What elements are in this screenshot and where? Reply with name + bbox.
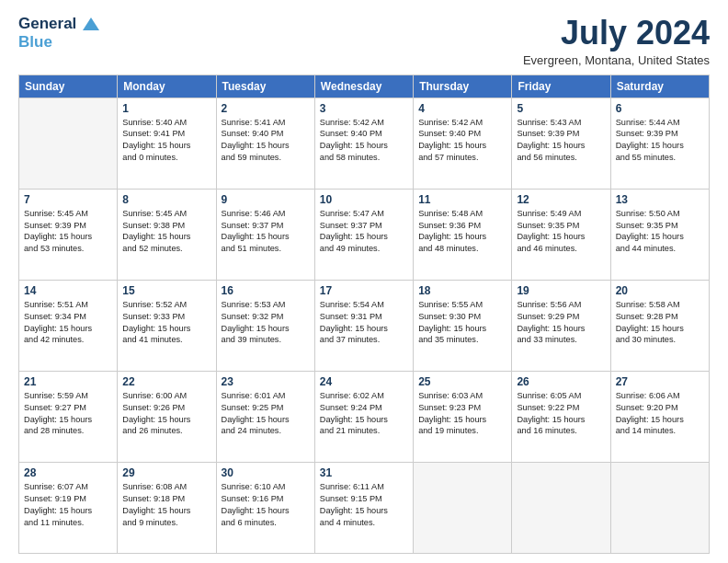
cell-info: Sunrise: 6:07 AMSunset: 9:19 PMDaylight:… (24, 481, 112, 529)
day-number: 3 (320, 102, 408, 115)
calendar-cell: 22Sunrise: 6:00 AMSunset: 9:26 PMDayligh… (118, 371, 216, 462)
calendar-week-row: 28Sunrise: 6:07 AMSunset: 9:19 PMDayligh… (19, 462, 710, 553)
logo-line1: General (18, 15, 76, 32)
cell-info: Sunrise: 6:02 AMSunset: 9:24 PMDaylight:… (320, 390, 408, 438)
day-number: 19 (517, 284, 605, 297)
calendar-cell: 27Sunrise: 6:06 AMSunset: 9:20 PMDayligh… (610, 371, 709, 462)
day-number: 17 (320, 284, 408, 297)
day-number: 25 (418, 375, 506, 388)
calendar-cell: 12Sunrise: 5:49 AMSunset: 9:35 PMDayligh… (512, 189, 610, 280)
day-number: 1 (122, 102, 210, 115)
calendar-cell: 7Sunrise: 5:45 AMSunset: 9:39 PMDaylight… (19, 189, 118, 280)
calendar-cell: 1Sunrise: 5:40 AMSunset: 9:41 PMDaylight… (118, 98, 216, 189)
cell-info: Sunrise: 5:46 AMSunset: 9:37 PMDaylight:… (222, 208, 310, 256)
day-number: 14 (24, 284, 112, 297)
day-number: 5 (517, 102, 605, 115)
cell-info: Sunrise: 5:40 AMSunset: 9:41 PMDaylight:… (122, 117, 210, 165)
day-number: 15 (122, 284, 210, 297)
day-number: 22 (122, 375, 210, 388)
calendar-cell: 6Sunrise: 5:44 AMSunset: 9:39 PMDaylight… (610, 98, 709, 189)
calendar-cell: 29Sunrise: 6:08 AMSunset: 9:18 PMDayligh… (118, 462, 216, 553)
weekday-header-sunday: Sunday (19, 75, 118, 98)
cell-info: Sunrise: 6:03 AMSunset: 9:23 PMDaylight:… (418, 390, 506, 438)
calendar-cell: 11Sunrise: 5:48 AMSunset: 9:36 PMDayligh… (414, 189, 512, 280)
cell-info: Sunrise: 5:42 AMSunset: 9:40 PMDaylight:… (320, 117, 408, 165)
weekday-header-wednesday: Wednesday (314, 75, 413, 98)
day-number: 26 (517, 375, 605, 388)
calendar-cell: 25Sunrise: 6:03 AMSunset: 9:23 PMDayligh… (414, 371, 512, 462)
day-number: 28 (24, 466, 112, 479)
svg-marker-0 (83, 17, 99, 30)
day-number: 27 (616, 375, 704, 388)
cell-info: Sunrise: 6:10 AMSunset: 9:16 PMDaylight:… (222, 481, 310, 529)
cell-info: Sunrise: 5:58 AMSunset: 9:28 PMDaylight:… (616, 299, 704, 347)
day-number: 9 (222, 193, 310, 206)
cell-info: Sunrise: 6:01 AMSunset: 9:25 PMDaylight:… (222, 390, 310, 438)
weekday-header-friday: Friday (512, 75, 610, 98)
day-number: 21 (24, 375, 112, 388)
day-number: 11 (418, 193, 506, 206)
calendar-cell: 21Sunrise: 5:59 AMSunset: 9:27 PMDayligh… (19, 371, 118, 462)
weekday-header-saturday: Saturday (610, 75, 709, 98)
calendar-cell: 23Sunrise: 6:01 AMSunset: 9:25 PMDayligh… (216, 371, 314, 462)
day-number: 7 (24, 193, 112, 206)
location: Evergreen, Montana, United States (523, 53, 710, 67)
logo-icon (83, 17, 99, 30)
calendar-cell: 14Sunrise: 5:51 AMSunset: 9:34 PMDayligh… (19, 280, 118, 371)
month-title: July 2024 (523, 15, 710, 52)
day-number: 30 (222, 466, 310, 479)
calendar-cell: 13Sunrise: 5:50 AMSunset: 9:35 PMDayligh… (610, 189, 709, 280)
calendar-cell: 24Sunrise: 6:02 AMSunset: 9:24 PMDayligh… (314, 371, 413, 462)
cell-info: Sunrise: 6:00 AMSunset: 9:26 PMDaylight:… (122, 390, 210, 438)
cell-info: Sunrise: 5:54 AMSunset: 9:31 PMDaylight:… (320, 299, 408, 347)
calendar-cell: 30Sunrise: 6:10 AMSunset: 9:16 PMDayligh… (216, 462, 314, 553)
calendar-cell: 15Sunrise: 5:52 AMSunset: 9:33 PMDayligh… (118, 280, 216, 371)
calendar-cell: 18Sunrise: 5:55 AMSunset: 9:30 PMDayligh… (414, 280, 512, 371)
day-number: 24 (320, 375, 408, 388)
weekday-header-monday: Monday (118, 75, 216, 98)
cell-info: Sunrise: 5:50 AMSunset: 9:35 PMDaylight:… (616, 208, 704, 256)
calendar-cell: 16Sunrise: 5:53 AMSunset: 9:32 PMDayligh… (216, 280, 314, 371)
day-number: 10 (320, 193, 408, 206)
weekday-header-thursday: Thursday (414, 75, 512, 98)
day-number: 29 (122, 466, 210, 479)
page: General Blue July 2024 Evergreen, Montan… (0, 0, 728, 563)
weekday-header-tuesday: Tuesday (216, 75, 314, 98)
cell-info: Sunrise: 5:52 AMSunset: 9:33 PMDaylight:… (122, 299, 210, 347)
calendar-cell: 28Sunrise: 6:07 AMSunset: 9:19 PMDayligh… (19, 462, 118, 553)
logo-line2: Blue (18, 33, 52, 51)
day-number: 13 (616, 193, 704, 206)
calendar-cell: 10Sunrise: 5:47 AMSunset: 9:37 PMDayligh… (314, 189, 413, 280)
calendar-cell: 19Sunrise: 5:56 AMSunset: 9:29 PMDayligh… (512, 280, 610, 371)
cell-info: Sunrise: 5:53 AMSunset: 9:32 PMDaylight:… (222, 299, 310, 347)
day-number: 4 (418, 102, 506, 115)
calendar-week-row: 14Sunrise: 5:51 AMSunset: 9:34 PMDayligh… (19, 280, 710, 371)
cell-info: Sunrise: 5:55 AMSunset: 9:30 PMDaylight:… (418, 299, 506, 347)
cell-info: Sunrise: 5:47 AMSunset: 9:37 PMDaylight:… (320, 208, 408, 256)
day-number: 20 (616, 284, 704, 297)
logo: General Blue (18, 15, 99, 51)
calendar-week-row: 7Sunrise: 5:45 AMSunset: 9:39 PMDaylight… (19, 189, 710, 280)
day-number: 6 (616, 102, 704, 115)
cell-info: Sunrise: 6:06 AMSunset: 9:20 PMDaylight:… (616, 390, 704, 438)
cell-info: Sunrise: 5:51 AMSunset: 9:34 PMDaylight:… (24, 299, 112, 347)
cell-info: Sunrise: 5:42 AMSunset: 9:40 PMDaylight:… (418, 117, 506, 165)
calendar-cell: 17Sunrise: 5:54 AMSunset: 9:31 PMDayligh… (314, 280, 413, 371)
calendar-cell: 26Sunrise: 6:05 AMSunset: 9:22 PMDayligh… (512, 371, 610, 462)
cell-info: Sunrise: 5:48 AMSunset: 9:36 PMDaylight:… (418, 208, 506, 256)
calendar-week-row: 1Sunrise: 5:40 AMSunset: 9:41 PMDaylight… (19, 98, 710, 189)
cell-info: Sunrise: 6:05 AMSunset: 9:22 PMDaylight:… (517, 390, 605, 438)
calendar-cell: 8Sunrise: 5:45 AMSunset: 9:38 PMDaylight… (118, 189, 216, 280)
day-number: 12 (517, 193, 605, 206)
calendar-cell: 2Sunrise: 5:41 AMSunset: 9:40 PMDaylight… (216, 98, 314, 189)
calendar-cell (414, 462, 512, 553)
cell-info: Sunrise: 5:45 AMSunset: 9:38 PMDaylight:… (122, 208, 210, 256)
day-number: 18 (418, 284, 506, 297)
calendar-cell: 3Sunrise: 5:42 AMSunset: 9:40 PMDaylight… (314, 98, 413, 189)
day-number: 8 (122, 193, 210, 206)
cell-info: Sunrise: 6:08 AMSunset: 9:18 PMDaylight:… (122, 481, 210, 529)
day-number: 2 (222, 102, 310, 115)
cell-info: Sunrise: 5:45 AMSunset: 9:39 PMDaylight:… (24, 208, 112, 256)
calendar-cell: 20Sunrise: 5:58 AMSunset: 9:28 PMDayligh… (610, 280, 709, 371)
calendar-cell (19, 98, 118, 189)
